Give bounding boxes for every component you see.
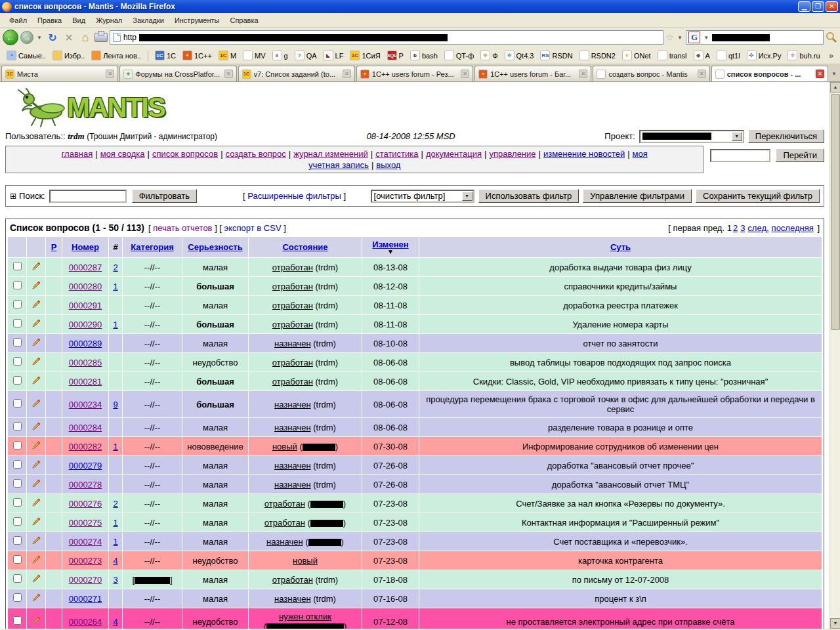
notes-count-link[interactable]: 4 [113, 617, 117, 627]
issue-checkbox[interactable] [13, 460, 22, 469]
column-sort-link[interactable]: Серьезность [188, 242, 242, 252]
filter-search-input[interactable] [49, 190, 127, 203]
notes-count-link[interactable]: 1 [113, 320, 117, 329]
column-sort-link[interactable]: Суть [610, 242, 631, 252]
issue-id-link[interactable]: 0000264 [69, 617, 102, 627]
edit-pencil-icon[interactable] [32, 400, 41, 410]
tab[interactable]: ❖Форумы на CrossPlatfor...✕ [119, 66, 236, 81]
issue-checkbox[interactable] [13, 262, 22, 270]
tab[interactable]: 1Сv7: Список заданий (to...✕ [238, 66, 355, 81]
column-sort-link[interactable]: P [51, 242, 57, 252]
issue-id-link[interactable]: 0000284 [69, 423, 102, 432]
issue-checkbox[interactable] [13, 517, 22, 526]
bookmark-item[interactable]: ✦1С++ [180, 49, 215, 62]
menu-item[interactable]: Закладки [127, 14, 169, 26]
goto-button[interactable]: Перейти [776, 148, 824, 162]
edit-pencil-icon[interactable] [32, 301, 41, 311]
bookmark-item[interactable]: bbash [408, 49, 440, 62]
nav-link-моя-сводка[interactable]: моя сводка [100, 149, 145, 159]
bookmark-item[interactable]: MV [240, 49, 268, 62]
edit-pencil-icon[interactable] [32, 480, 41, 490]
status-link[interactable]: отработан [264, 499, 305, 509]
column-header-Суть[interactable]: Суть [419, 237, 822, 257]
edit-pencil-icon[interactable] [32, 320, 41, 330]
tab-close-icon[interactable]: ✕ [816, 70, 824, 78]
bookmark-item[interactable]: RSRSDN [537, 49, 575, 62]
notes-count-link[interactable]: 2 [113, 262, 117, 272]
url-bar[interactable]: http [110, 30, 663, 45]
search-magnifier-icon[interactable] [826, 32, 837, 43]
search-engine-dropdown-icon[interactable]: ▼ [702, 35, 710, 41]
edit-pencil-icon[interactable] [32, 499, 41, 509]
pagination-link[interactable]: след. [747, 223, 768, 233]
issue-id-input[interactable] [710, 149, 770, 162]
bookmark-star-icon[interactable]: ☆ [665, 32, 674, 43]
issue-id-link[interactable]: 0000271 [69, 594, 102, 604]
bookmark-item[interactable]: ✾buh.ru [785, 49, 822, 62]
tab[interactable]: 1СМиста✕ [1, 66, 118, 81]
bookmark-item[interactable]: 1СM [216, 49, 239, 62]
bookmark-item[interactable]: ◔Самые.. [4, 49, 49, 62]
tab-close-icon[interactable]: ✕ [224, 70, 233, 78]
edit-pencil-icon[interactable] [32, 282, 41, 292]
bookmark-item[interactable]: SQLP [385, 49, 406, 62]
issue-checkbox[interactable] [13, 574, 22, 583]
csv-export-link[interactable]: экспорт в CSV [224, 223, 282, 233]
bookmark-item[interactable]: ◆A [691, 49, 713, 62]
edit-pencil-icon[interactable] [32, 576, 41, 585]
nav-link-журнал-изменений[interactable]: журнал изменений [293, 149, 368, 159]
edit-pencil-icon[interactable] [32, 442, 41, 452]
issue-id-link[interactable]: 0000280 [69, 282, 102, 291]
issue-id-link[interactable]: 0000270 [69, 575, 102, 585]
status-link[interactable]: новый [293, 556, 318, 566]
filter-button[interactable]: Фильтровать [132, 189, 197, 203]
status-link[interactable]: назначен [274, 339, 311, 348]
issue-id-link[interactable]: 0000279 [69, 461, 102, 471]
notes-count-link[interactable]: 1 [113, 518, 117, 528]
bookmark-item[interactable]: QT-ф [442, 49, 476, 62]
expand-filter-icon[interactable]: ⊞ [10, 192, 16, 201]
tab[interactable]: ✦1С++ users forum - Рез...✕ [356, 66, 473, 81]
bookmark-item[interactable]: 8g [270, 49, 291, 62]
issue-checkbox[interactable] [13, 593, 22, 602]
issue-checkbox[interactable] [13, 536, 22, 545]
column-header-P[interactable]: P [46, 237, 62, 257]
issue-checkbox[interactable] [13, 399, 22, 408]
manage-filters-button[interactable]: Управление фильтрами [583, 189, 692, 203]
issue-id-link[interactable]: 0000276 [69, 499, 102, 509]
stored-filter-select[interactable]: [очистить фильтр] ▼ [371, 190, 474, 203]
nav-link-список-вопросов[interactable]: список вопросов [152, 149, 218, 159]
notes-count-link[interactable]: 1 [113, 442, 117, 452]
bookmark-item[interactable]: 1С1С [152, 49, 178, 62]
edit-pencil-icon[interactable] [32, 461, 41, 471]
bookmark-item[interactable]: qt1l [714, 49, 743, 62]
reload-button[interactable]: ↻ [45, 32, 60, 44]
close-button[interactable]: ✕ [826, 1, 838, 12]
issue-checkbox[interactable] [13, 422, 22, 430]
issue-id-link[interactable]: 0000291 [69, 301, 102, 310]
status-link[interactable]: назначен [274, 461, 311, 471]
edit-pencil-icon[interactable] [32, 537, 41, 547]
issue-id-link[interactable]: 0000289 [69, 339, 102, 348]
nav-link-управление[interactable]: управление [489, 149, 536, 159]
status-link[interactable]: назначен [274, 480, 311, 490]
vertical-scrollbar[interactable]: ▲ ▼ [830, 82, 840, 629]
back-button[interactable]: ← [3, 30, 18, 45]
bookmark-item[interactable]: ★ONet [620, 49, 654, 62]
home-button[interactable]: ⌂ [78, 31, 93, 45]
menu-item[interactable]: Справка [224, 14, 263, 26]
nav-link-учетная-запись[interactable]: учетная запись [308, 160, 369, 170]
status-link[interactable]: отработан [272, 358, 313, 368]
pagination-link[interactable]: последняя [772, 223, 814, 233]
tab-close-icon[interactable]: ✕ [461, 70, 469, 78]
menu-item[interactable]: Вид [67, 14, 91, 26]
history-dropdown-icon[interactable]: ▼ [35, 35, 43, 41]
tab-list-dropdown-icon[interactable]: ▾ [830, 70, 839, 77]
tab-close-icon[interactable]: ✕ [106, 70, 114, 78]
issue-checkbox[interactable] [13, 319, 22, 327]
nav-link-изменение-новостей[interactable]: изменение новостей [543, 149, 625, 159]
edit-pencil-icon[interactable] [32, 423, 41, 433]
switch-project-button[interactable]: Переключиться [748, 129, 824, 143]
issue-checkbox[interactable] [13, 357, 22, 366]
nav-link-главная[interactable]: главная [62, 149, 93, 159]
